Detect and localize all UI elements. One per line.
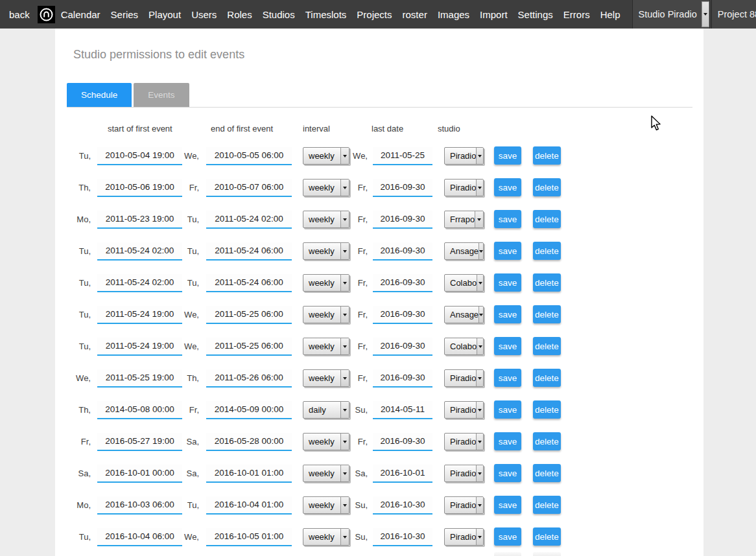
save-button[interactable]: save [494, 527, 521, 546]
start-datetime-input[interactable] [97, 465, 182, 483]
studio-select[interactable]: Piradio [444, 496, 484, 514]
last-date-input[interactable] [373, 147, 432, 165]
interval-select[interactable]: weekly [303, 211, 349, 228]
delete-button[interactable]: delete [533, 400, 561, 419]
delete-button[interactable]: delete [533, 432, 561, 450]
last-date-input[interactable] [373, 274, 432, 292]
start-datetime-input[interactable] [97, 147, 182, 165]
save-button[interactable]: save [494, 210, 521, 228]
nav-item-help[interactable]: Help [600, 9, 620, 20]
nav-item-studios[interactable]: Studios [263, 9, 295, 20]
project-dropdown[interactable]: Project 88vier [711, 0, 756, 29]
last-date-input[interactable] [373, 369, 432, 388]
studio-select[interactable]: Piradio [444, 179, 484, 196]
save-button[interactable]: save [494, 178, 521, 196]
end-datetime-input[interactable] [206, 147, 292, 165]
delete-button[interactable]: delete [533, 273, 561, 292]
nav-item-import[interactable]: Import [480, 9, 508, 20]
last-date-input[interactable] [373, 306, 432, 324]
last-date-input[interactable] [373, 242, 432, 261]
save-button[interactable]: save [494, 337, 521, 355]
interval-select[interactable]: weekly [303, 179, 349, 196]
start-datetime-input[interactable] [97, 274, 182, 292]
last-date-input[interactable] [373, 338, 432, 356]
end-datetime-input[interactable] [206, 338, 292, 356]
save-button[interactable]: save [494, 464, 521, 482]
interval-select[interactable]: weekly [303, 274, 349, 292]
interval-select[interactable]: daily [303, 401, 349, 419]
last-date-input[interactable] [373, 465, 432, 483]
studio-select[interactable]: Ansage [444, 242, 484, 260]
start-datetime-input[interactable] [97, 401, 182, 419]
start-datetime-input[interactable] [97, 179, 182, 197]
studio-select[interactable]: Piradio [444, 147, 484, 165]
last-date-input[interactable] [373, 496, 432, 515]
studio-select[interactable]: Ansage [444, 306, 484, 323]
save-button[interactable]: save [494, 273, 521, 292]
studio-dropdown[interactable]: Studio Piradio [632, 0, 710, 29]
start-datetime-input[interactable] [97, 211, 182, 229]
nav-item-timeslots[interactable]: Timeslots [305, 9, 347, 20]
delete-button[interactable]: delete [533, 242, 561, 260]
save-button[interactable]: save [494, 146, 521, 165]
studio-select[interactable]: Piradio [444, 369, 484, 387]
delete-button[interactable]: delete [533, 210, 561, 228]
interval-select[interactable]: weekly [303, 369, 349, 387]
nav-item-settings[interactable]: Settings [518, 9, 553, 20]
interval-select[interactable]: weekly [303, 147, 349, 165]
studio-select[interactable]: Piradio [444, 465, 484, 482]
tab-events[interactable]: Events [134, 83, 189, 107]
nav-item-series[interactable]: Series [111, 9, 139, 20]
delete-button[interactable]: delete [533, 369, 561, 387]
delete-button[interactable]: delete [533, 496, 561, 514]
last-date-input[interactable] [373, 433, 432, 451]
interval-select[interactable]: weekly [303, 338, 349, 355]
nav-item-roles[interactable]: Roles [227, 9, 252, 20]
nav-item-projects[interactable]: Projects [357, 9, 392, 20]
last-date-input[interactable] [373, 528, 432, 546]
nav-item-users[interactable]: Users [191, 9, 217, 20]
end-datetime-input[interactable] [206, 465, 292, 483]
nav-item-errors[interactable]: Errors [563, 9, 590, 20]
back-link[interactable]: back [9, 9, 30, 20]
nav-item-images[interactable]: Images [438, 9, 469, 20]
studio-select[interactable]: Piradio [444, 433, 484, 450]
start-datetime-input[interactable] [97, 338, 182, 356]
delete-button[interactable]: delete [533, 337, 561, 355]
studio-select[interactable]: Frrapo [444, 211, 484, 228]
radio-logo-icon[interactable] [38, 6, 55, 23]
end-datetime-input[interactable] [206, 211, 292, 229]
studio-select[interactable]: Piradio [444, 401, 484, 419]
delete-button[interactable]: delete [533, 178, 561, 196]
start-datetime-input[interactable] [97, 369, 182, 388]
interval-select[interactable]: weekly [303, 306, 349, 323]
last-date-input[interactable] [373, 211, 432, 229]
end-datetime-input[interactable] [206, 433, 292, 451]
save-button[interactable]: save [494, 496, 521, 514]
start-datetime-input[interactable] [97, 242, 182, 261]
delete-button[interactable]: delete [533, 464, 561, 482]
delete-button[interactable]: delete [533, 527, 561, 546]
studio-select[interactable]: Piradio [444, 528, 484, 546]
start-datetime-input[interactable] [97, 433, 182, 451]
end-datetime-input[interactable] [206, 242, 292, 261]
studio-select[interactable]: Colabo [444, 338, 484, 355]
interval-select[interactable]: weekly [303, 242, 349, 260]
save-button[interactable]: save [494, 305, 521, 323]
interval-select[interactable]: weekly [303, 465, 349, 482]
interval-select[interactable]: weekly [303, 496, 349, 514]
studio-select[interactable]: Colabo [444, 274, 484, 292]
end-datetime-input[interactable] [206, 179, 292, 197]
interval-select[interactable]: weekly [303, 528, 349, 546]
delete-button[interactable]: delete [533, 305, 561, 323]
save-button[interactable]: save [494, 400, 521, 419]
end-datetime-input[interactable] [206, 369, 292, 388]
end-datetime-input[interactable] [206, 401, 292, 419]
end-datetime-input[interactable] [206, 274, 292, 292]
start-datetime-input[interactable] [97, 496, 182, 515]
start-datetime-input[interactable] [97, 306, 182, 324]
tab-schedule[interactable]: Schedule [67, 83, 132, 107]
end-datetime-input[interactable] [206, 306, 292, 324]
save-button[interactable]: save [494, 242, 521, 260]
end-datetime-input[interactable] [206, 496, 292, 515]
